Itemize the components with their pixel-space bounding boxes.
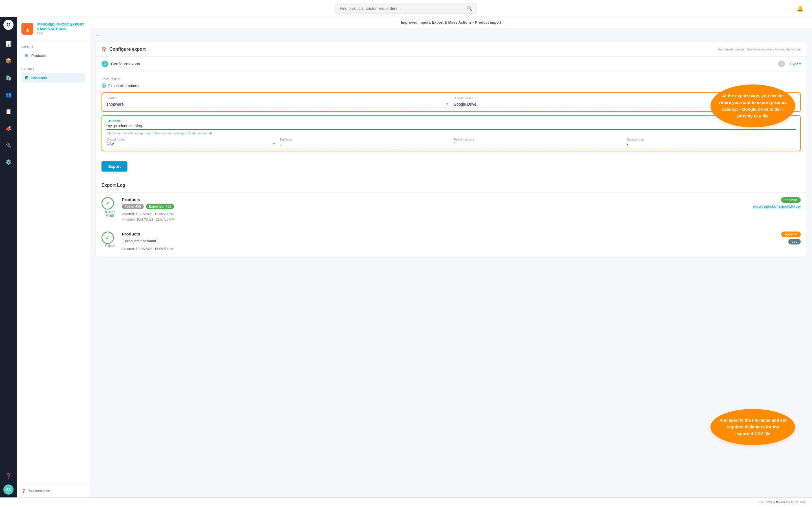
nav-icon-dashboard[interactable]: 📊: [3, 38, 14, 50]
step-2-link[interactable]: Export: [790, 62, 801, 66]
log-entry-body-2: Products Products not found Created: 10/…: [122, 231, 781, 252]
nav-icon-marketing[interactable]: 📣: [3, 123, 14, 134]
footer-text: BUILT WITH: [758, 501, 775, 504]
search-input[interactable]: [340, 6, 464, 11]
sidebar-item-import-products[interactable]: ⊞ Products: [21, 51, 86, 60]
step-1-row: 1 Configure export 2 Export: [96, 57, 806, 71]
import-section: IMPORT ⊞ Products: [17, 41, 90, 63]
field-enclosure-value: ": [453, 142, 622, 147]
sidebar-bottom: ❓ Documentation: [17, 484, 90, 497]
footer-brand: FIREBEARSTUDIO: [779, 501, 806, 504]
format-arrow-icon: ▼: [446, 102, 449, 106]
output-source-field: Output Source Google Drive ▼: [453, 96, 796, 108]
format-row: Output format CSV ▼ Delimiter ,: [107, 138, 796, 147]
export-section-title: EXPORT: [21, 68, 86, 71]
app-logo: 🔥: [21, 23, 33, 35]
log-products-title-2: Products: [122, 231, 781, 236]
icon-sidebar-bottom: ❓ AA: [3, 467, 14, 495]
log-entry-1: ✓ Export #160 Products 455 of 455 Export…: [96, 192, 806, 227]
avatar[interactable]: AA: [3, 485, 13, 495]
file-name-hint: File Name: File will be exported to 'sho…: [107, 131, 796, 135]
log-created-1: Created: 10/27/2021, 12:56:28 PM: [122, 212, 753, 217]
card-title: 🏠 Configure export: [101, 47, 146, 52]
output-source-label: Output Source: [453, 96, 796, 100]
log-entry-2: ✓ Export Products Products not found Cre…: [96, 227, 806, 256]
main-layout: G 📊 📦 🛍️ 👥 📋 📣 🔌 ⚙️ ❓ AA 🔥 IMPROVED IMPO…: [0, 17, 812, 497]
field-enclosure-label: Field enclosure: [453, 138, 622, 141]
log-entry-body-1: Products 455 of 455 Exported: 455 Create…: [122, 197, 753, 222]
log-dates-2: Created: 10/26/2021, 11:05:59 AM: [122, 246, 781, 252]
badge-finished-1: finished: [781, 197, 801, 203]
format-select[interactable]: shopware ▼: [107, 101, 449, 108]
format-value: shopware: [107, 102, 124, 107]
sidebar-item-label-export: Products: [31, 76, 47, 80]
app-title-group: IMPROVED IMPORT, EXPORT & MASS ACTIONS 1…: [37, 22, 86, 35]
app-version: 1.0.0: [37, 32, 86, 35]
file-name-label: File Name: [107, 119, 796, 122]
hamburger-menu[interactable]: ≡: [90, 28, 812, 42]
badge-product-2: product: [781, 231, 801, 237]
download-link-1[interactable]: export/3/product-export-160.csv: [753, 205, 801, 209]
log-entry-right-1: finished export/3/product-export-160.csv: [753, 197, 801, 209]
step-1-num: 1: [101, 61, 108, 67]
file-name-input[interactable]: [107, 124, 796, 130]
app-info: 🔥 IMPROVED IMPORT, EXPORT & MASS ACTIONS…: [17, 17, 90, 41]
authorized-domain: Authorized domain: https://shopwarebeta.…: [718, 48, 801, 51]
badge-count-1: 455 of 455: [122, 204, 144, 209]
logo[interactable]: G: [3, 20, 13, 30]
radio-dot: [103, 84, 105, 87]
log-entry-type-2: Export: [105, 244, 115, 248]
nav-icon-catalog[interactable]: 📦: [3, 55, 14, 66]
log-finished-1: Finished: 10/27/2021, 12:57:30 PM: [122, 217, 753, 222]
badge-csv-2: csv: [788, 239, 801, 244]
nav-icon-orders[interactable]: 🛍️: [3, 72, 14, 83]
sidebar-item-label: Products: [31, 54, 46, 58]
export-section: EXPORT ⊞ Products: [17, 63, 90, 86]
app-sidebar: 🔥 IMPROVED IMPORT, EXPORT & MASS ACTIONS…: [17, 17, 90, 497]
card-header: 🏠 Configure export Authorized domain: ht…: [96, 42, 806, 57]
sidebar-item-export-products[interactable]: ⊞ Products: [21, 73, 86, 82]
nav-icon-settings[interactable]: ⚙️: [3, 157, 14, 168]
radio-circle: [101, 83, 106, 88]
nav-icon-customers[interactable]: 👥: [3, 89, 14, 100]
export-all-radio[interactable]: Export all products: [101, 83, 801, 88]
icon-sidebar: G 📊 📦 🛍️ 👥 📋 📣 🔌 ⚙️ ❓ AA: [0, 17, 17, 497]
output-format-select[interactable]: CSV ▼: [107, 142, 275, 147]
page-header: Improved Import, Export & Mass Actions -…: [90, 17, 812, 28]
heart-icon: ❤: [776, 501, 778, 504]
product-filter-label: Product filter: [101, 77, 801, 81]
configure-export-card: 🏠 Configure export Authorized domain: ht…: [96, 42, 806, 257]
log-entry-type-1: Export: [105, 210, 115, 214]
log-badges-2: Products not found: [122, 238, 781, 244]
format-field: Format shopware ▼: [107, 96, 449, 108]
output-source-value: Google Drive: [453, 102, 476, 107]
escape-char-label: Escape char: [627, 138, 796, 141]
output-source-select[interactable]: Google Drive ▼: [453, 101, 796, 108]
delimiter-label: Delimiter: [280, 138, 449, 141]
help-icon[interactable]: ❓: [3, 470, 14, 482]
check-circle-1: ✓: [101, 197, 114, 210]
log-dates-1: Created: 10/27/2021, 12:56:28 PM Finishe…: [122, 212, 753, 222]
escape-char-value: \: [627, 142, 796, 147]
export-button[interactable]: Export: [101, 161, 128, 172]
output-format-field: Output format CSV ▼: [107, 138, 275, 147]
format-output-box: Format shopware ▼ Output Source Google D…: [101, 93, 801, 112]
file-name-box: File Name File Name: File will be export…: [101, 115, 801, 151]
question-icon: ❓: [21, 489, 26, 493]
grid-icon-export: ⊞: [25, 75, 29, 80]
delimiter-field: Delimiter ,: [280, 138, 449, 147]
bell-icon[interactable]: 🔔: [797, 5, 804, 12]
import-section-title: IMPORT: [21, 45, 86, 48]
log-entry-right-2: product csv: [781, 231, 801, 244]
log-products-title-1: Products: [122, 197, 753, 202]
step-1-label: Configure export: [111, 62, 778, 66]
search-bar[interactable]: 🔍: [336, 3, 476, 13]
nav-icon-content[interactable]: 📋: [3, 106, 14, 117]
output-format-value: CSV: [107, 142, 114, 146]
nav-icon-plugins[interactable]: 🔌: [3, 140, 14, 151]
step-2-num: 2: [778, 61, 785, 67]
badge-not-found-2: Products not found: [122, 238, 159, 244]
documentation-link[interactable]: ❓ Documentation: [21, 489, 86, 493]
log-entry-link-1[interactable]: #160: [106, 214, 114, 218]
search-icon: 🔍: [467, 6, 472, 11]
